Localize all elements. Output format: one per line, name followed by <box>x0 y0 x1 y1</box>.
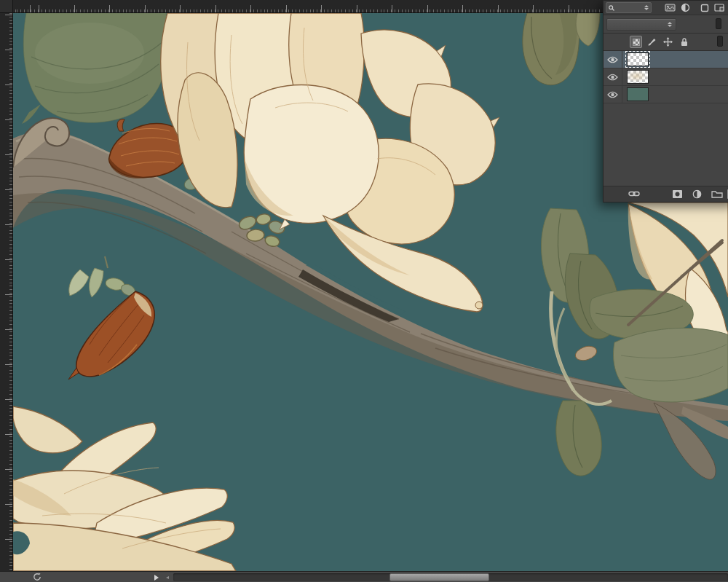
dropdown-arrows-icon <box>668 22 672 27</box>
new-adjustment-layer-icon[interactable] <box>692 189 702 199</box>
status-bar <box>0 571 728 582</box>
layers-panel <box>603 0 728 202</box>
lock-options-bar <box>604 34 728 51</box>
status-menu-arrow-icon[interactable] <box>154 575 159 581</box>
padlock-icon <box>680 37 689 47</box>
lock-position-button[interactable] <box>662 36 674 48</box>
scroll-left-arrow-icon[interactable] <box>166 576 169 579</box>
search-icon <box>609 5 614 11</box>
horizontal-scrollbar-track[interactable] <box>173 573 728 581</box>
add-layer-mask-icon[interactable] <box>672 189 683 199</box>
visibility-toggle[interactable] <box>604 68 622 85</box>
brush-icon <box>647 37 657 47</box>
blend-options-bar <box>604 15 728 34</box>
layers-list <box>604 51 728 103</box>
opacity-value[interactable] <box>716 18 721 29</box>
layer-filter-bar <box>604 1 728 15</box>
visibility-toggle[interactable] <box>604 51 622 68</box>
pixel-filter-icon[interactable] <box>665 3 676 12</box>
layer-thumbnail[interactable] <box>627 70 649 84</box>
layer-row[interactable] <box>604 51 728 68</box>
layer-thumbnail[interactable] <box>627 52 649 66</box>
dropdown-arrows-icon <box>644 5 649 10</box>
layer-thumbnail[interactable] <box>627 87 649 101</box>
eye-icon <box>607 91 618 98</box>
photoshop-window <box>0 0 728 582</box>
fill-value[interactable] <box>717 36 723 47</box>
lock-transparency-button[interactable] <box>630 36 642 48</box>
ruler-left[interactable] <box>0 13 13 571</box>
lock-pixels-button[interactable] <box>646 36 658 48</box>
layer-row[interactable] <box>604 68 728 86</box>
ruler-corner-box[interactable] <box>0 0 13 13</box>
smart-object-filter-icon[interactable] <box>714 3 724 12</box>
visibility-toggle[interactable] <box>604 86 622 103</box>
adjustment-filter-icon[interactable] <box>681 3 690 12</box>
layers-list-empty-area <box>604 103 728 186</box>
lock-all-button[interactable] <box>678 36 690 48</box>
shape-filter-icon[interactable] <box>700 4 709 12</box>
horizontal-scrollbar-thumb[interactable] <box>389 573 489 581</box>
layers-panel-footer <box>604 186 728 202</box>
transparency-checker-icon <box>633 39 640 46</box>
move-icon <box>663 37 673 47</box>
new-group-icon[interactable] <box>711 189 723 198</box>
filter-kind-dropdown[interactable] <box>606 2 652 13</box>
blend-mode-dropdown[interactable] <box>606 18 676 31</box>
layer-row[interactable] <box>604 86 728 103</box>
eye-icon <box>607 56 618 63</box>
live-workspace-icon[interactable] <box>33 573 41 581</box>
link-layers-icon[interactable] <box>628 189 640 198</box>
eye-icon <box>607 74 618 81</box>
